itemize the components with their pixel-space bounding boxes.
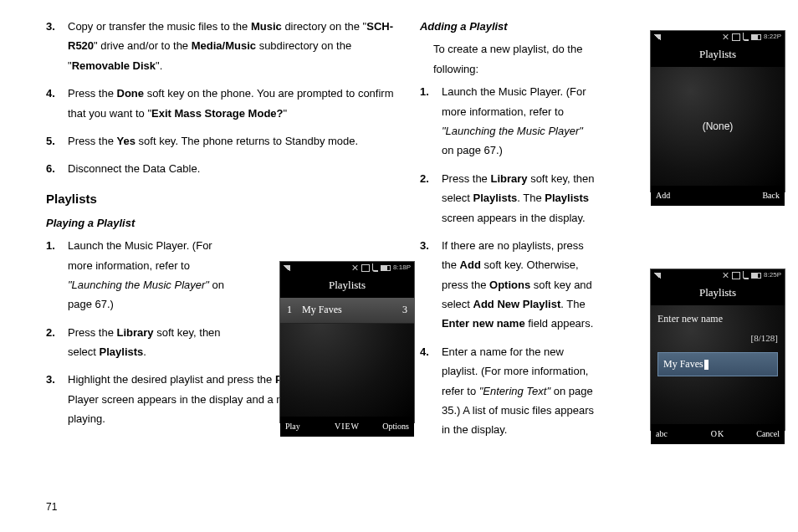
bold-library: Library xyxy=(490,172,527,185)
phone-status-bar: 8:22P xyxy=(651,31,785,43)
cursor-icon xyxy=(704,360,708,370)
bold-yes: Yes xyxy=(117,135,136,147)
step-body: Enter a name for the new playlist. (For … xyxy=(442,342,599,440)
char-counter: [8/128] xyxy=(657,330,778,347)
battery-icon xyxy=(751,34,761,40)
status-left-icons xyxy=(654,34,661,40)
step-number: 1. xyxy=(46,236,68,315)
text: soft key. The phone returns to Standby m… xyxy=(136,135,358,147)
row-number: 1 xyxy=(287,301,297,320)
phone-softkeys: abc OK Cancel xyxy=(651,424,785,444)
step-number: 5. xyxy=(46,131,68,151)
text: Press the xyxy=(442,172,491,185)
softkey-right: Back xyxy=(739,188,780,203)
phone-status-bar: 8:25P xyxy=(651,269,785,281)
softkey-left: Add xyxy=(656,188,697,203)
step-number: 4. xyxy=(46,84,68,123)
bold-add: Add xyxy=(460,258,481,271)
music-note-icon xyxy=(743,33,749,41)
left-column: 3. Copy or transfer the music files to t… xyxy=(46,17,395,515)
bold-exit: Exit Mass Storage Mode? xyxy=(151,107,283,120)
step-number: 3. xyxy=(46,17,68,75)
box-icon xyxy=(732,33,740,41)
bold-playlists: Playlists xyxy=(473,192,518,204)
phone-content: 1 My Faves 3 xyxy=(280,298,414,417)
status-right-icons: 8:22P xyxy=(723,31,781,43)
battery-icon xyxy=(751,273,761,279)
phone-screenshot-enter-name: 8:25P Playlists Enter new name [8/128] M… xyxy=(650,269,785,431)
enter-name-label: Enter new name xyxy=(657,310,778,329)
name-input: My Faves xyxy=(657,352,778,377)
battery-icon xyxy=(381,265,391,271)
text: . The xyxy=(517,192,545,204)
bold-done: Done xyxy=(117,87,145,100)
music-note-icon xyxy=(743,271,749,279)
bold-options: Options xyxy=(489,279,530,291)
phone-title: Playlists xyxy=(651,281,785,305)
phone-softkeys: Play VIEW Options xyxy=(280,417,414,437)
step-body: Press the Yes soft key. The phone return… xyxy=(68,131,395,151)
status-right-icons: 8:25P xyxy=(723,269,781,281)
text: Launch the Music Player. (For more infor… xyxy=(68,239,212,271)
box-icon xyxy=(732,272,740,279)
heading-playlists: Playlists xyxy=(46,187,395,210)
text: directory on the " xyxy=(282,20,366,33)
text: . xyxy=(143,345,146,358)
status-time: 8:18P xyxy=(393,262,411,274)
softkey-center: OK xyxy=(697,427,738,442)
step-body: Copy or transfer the music files to the … xyxy=(68,17,395,75)
signal-icon xyxy=(654,34,661,40)
steps-continued: 3. Copy or transfer the music files to t… xyxy=(46,17,395,179)
softkey-left: Play xyxy=(285,419,326,434)
phone-status-bar: 8:18P xyxy=(280,262,414,274)
mute-icon xyxy=(723,33,729,40)
step-number: 2. xyxy=(420,169,442,228)
signal-icon xyxy=(654,273,661,279)
step-body: Launch the Music Player. (For more infor… xyxy=(68,236,235,315)
status-time: 8:25P xyxy=(764,269,781,281)
text: Launch the Music Player. (For more infor… xyxy=(442,85,586,117)
phone-title: Playlists xyxy=(651,43,785,67)
softkey-center: VIEW xyxy=(326,419,367,434)
signal-icon xyxy=(284,265,290,271)
step-3: 3. Copy or transfer the music files to t… xyxy=(46,17,395,75)
phone-screenshot-playlists-list: 8:18P Playlists 1 My Faves 3 Play VIEW O… xyxy=(279,261,415,423)
step-4: 4. Press the Done soft key on the phone.… xyxy=(46,84,395,123)
text: field appears. xyxy=(525,317,594,330)
text: . The xyxy=(560,298,585,310)
right-column: Adding a Playlist To create a new playli… xyxy=(420,17,752,515)
phone-screenshot-playlists-none: 8:22P Playlists (None) Add Back xyxy=(650,30,785,192)
phone-title: Playlists xyxy=(280,274,414,298)
bold-playlists-2: Playlists xyxy=(545,192,589,204)
step-body: Disconnect the Data Cable. xyxy=(68,159,395,178)
status-left-icons xyxy=(654,273,661,279)
softkey-right: Cancel xyxy=(739,427,780,442)
phone-content: (None) xyxy=(651,67,785,186)
bold-entername: Enter new name xyxy=(442,317,525,330)
heading-playing-playlist: Playing a Playlist xyxy=(46,213,395,233)
input-value: My Faves xyxy=(663,356,703,374)
softkey-right: Options xyxy=(368,419,409,434)
step-body: Launch the Music Player. (For more infor… xyxy=(442,82,591,161)
softkey-center xyxy=(697,188,738,203)
row-label: My Faves xyxy=(297,301,394,320)
step-number: 3. xyxy=(46,370,68,428)
status-time: 8:22P xyxy=(764,31,781,43)
text: Highlight the desired playlist and press… xyxy=(68,373,275,386)
music-note-icon xyxy=(372,263,378,272)
phone-softkeys: Add Back xyxy=(651,186,785,206)
step-number: 6. xyxy=(46,159,68,178)
phone-content: Enter new name [8/128] My Faves xyxy=(651,305,785,424)
text: Copy or transfer the music files to the xyxy=(68,20,251,33)
mute-icon xyxy=(723,272,729,279)
page: 3. Copy or transfer the music files to t… xyxy=(0,0,798,532)
italic-ref: "Launching the Music Player" xyxy=(68,279,209,291)
page-number: 71 xyxy=(46,499,57,517)
text: Press the xyxy=(68,326,117,339)
text: screen appears in the display. xyxy=(442,212,586,224)
softkey-left: abc xyxy=(656,427,697,442)
step-5: 5. Press the Yes soft key. The phone ret… xyxy=(46,131,395,151)
bold-music: Music xyxy=(251,20,282,33)
step-body: Press the Library soft key, then select … xyxy=(442,169,599,228)
text: " xyxy=(284,107,288,120)
